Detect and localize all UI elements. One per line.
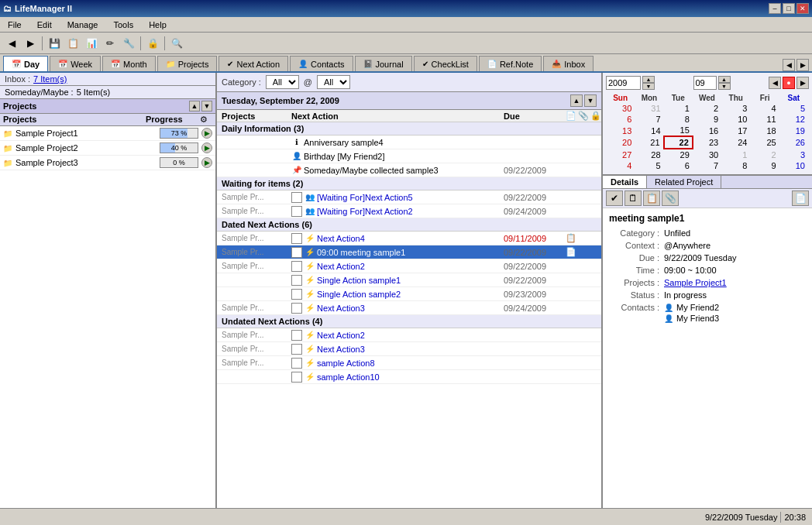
- cal-day[interactable]: 24: [721, 136, 750, 149]
- task-row[interactable]: ℹ Anniversary sample4: [217, 136, 601, 149]
- cal-year-up[interactable]: ▲: [642, 76, 655, 83]
- task-checkbox[interactable]: [291, 358, 302, 369]
- det-check-btn[interactable]: ✔: [606, 190, 623, 206]
- nav-prev[interactable]: ◀: [783, 59, 795, 71]
- projects-ctrl-up[interactable]: ▲: [189, 101, 200, 112]
- cal-day[interactable]: 29: [664, 149, 693, 160]
- cal-day[interactable]: 27: [606, 149, 635, 160]
- cal-day[interactable]: 8: [721, 160, 750, 171]
- det-extra-btn[interactable]: 📄: [792, 190, 809, 206]
- cal-day[interactable]: 20: [606, 136, 635, 149]
- nav-next[interactable]: ▶: [797, 59, 809, 71]
- close-button[interactable]: ✕: [797, 3, 809, 14]
- menu-manage[interactable]: Manage: [63, 19, 103, 31]
- cal-year-input[interactable]: [606, 76, 641, 90]
- task-row[interactable]: Sample Pr... ⚡ sample Action8: [217, 356, 601, 370]
- cal-day[interactable]: 7: [635, 114, 663, 125]
- menu-file[interactable]: File: [3, 19, 26, 31]
- toolbar-tools[interactable]: 🔧: [120, 35, 137, 52]
- cal-day[interactable]: 12: [779, 114, 808, 125]
- task-row[interactable]: ⚡ sample Action10: [217, 370, 601, 384]
- project-row[interactable]: 📁 Sample Project2 40 % ▶: [0, 141, 215, 156]
- cal-day[interactable]: 28: [635, 149, 663, 160]
- toolbar-search[interactable]: 🔍: [168, 35, 185, 52]
- tab-month[interactable]: 📅 Month: [102, 56, 156, 71]
- details-tab-related[interactable]: Related Project: [647, 176, 721, 188]
- cal-day[interactable]: 5: [779, 103, 808, 114]
- cal-day[interactable]: 14: [635, 125, 663, 136]
- cal-next[interactable]: ▶: [797, 77, 809, 89]
- cal-day[interactable]: 10: [779, 160, 808, 171]
- toolbar-back[interactable]: ◀: [3, 35, 20, 52]
- tab-inbox[interactable]: 📥 Inbox: [543, 56, 594, 71]
- cal-day[interactable]: 6: [606, 114, 635, 125]
- tab-week[interactable]: 📅 Week: [50, 56, 101, 71]
- cal-day[interactable]: 30: [693, 149, 721, 160]
- minimize-button[interactable]: –: [769, 3, 781, 14]
- cal-month-input[interactable]: [693, 76, 717, 90]
- date-prev[interactable]: ▲: [570, 94, 583, 107]
- someday-link[interactable]: 5 Item(s): [77, 88, 110, 97]
- task-checkbox[interactable]: [291, 275, 302, 286]
- projects-ctrl-down[interactable]: ▼: [201, 101, 212, 112]
- cal-day[interactable]: 3: [779, 149, 808, 160]
- date-next[interactable]: ▼: [584, 94, 597, 107]
- task-name-link[interactable]: Single Action sample1: [317, 276, 401, 285]
- cal-month-up[interactable]: ▲: [718, 76, 731, 83]
- cal-day[interactable]: 2: [750, 149, 779, 160]
- cal-day[interactable]: 11: [750, 114, 779, 125]
- tab-nextaction[interactable]: ✔ Next Action: [218, 56, 288, 71]
- cal-day[interactable]: 16: [693, 125, 721, 136]
- cal-day[interactable]: 9: [693, 114, 721, 125]
- task-name-link[interactable]: Next Action3: [317, 304, 365, 313]
- tab-projects[interactable]: 📁 Projects: [157, 56, 218, 71]
- task-checkbox[interactable]: [291, 233, 302, 244]
- cal-day[interactable]: 10: [721, 114, 750, 125]
- cal-month-down[interactable]: ▼: [718, 83, 731, 90]
- cal-day[interactable]: 21: [635, 136, 663, 149]
- project-row[interactable]: 📁 Sample Project3 0 % ▶: [0, 156, 215, 170]
- details-projects-link[interactable]: Sample Project1: [664, 278, 727, 287]
- filter-category-select[interactable]: All: [266, 75, 299, 89]
- cal-day[interactable]: 6: [664, 160, 693, 171]
- cal-day[interactable]: 1: [664, 103, 693, 114]
- task-name-link[interactable]: Next Action4: [317, 234, 365, 243]
- task-row[interactable]: Sample Pr... ⚡ Next Action2: [217, 328, 601, 342]
- task-row[interactable]: 📌 Someday/Maybe collected sample3 09/22/…: [217, 163, 601, 177]
- project-row[interactable]: 📁 Sample Project1 73 % ▶: [0, 126, 215, 141]
- cal-day[interactable]: 30: [606, 103, 635, 114]
- det-attach-btn[interactable]: 📎: [662, 190, 679, 206]
- task-row-selected[interactable]: Sample Pr... ⚡ 09:00 meeting sample1 09/…: [217, 245, 601, 259]
- task-checkbox[interactable]: [291, 261, 302, 272]
- task-row[interactable]: Sample Pr... ⚡ Next Action4 09/11/2009 📋: [217, 232, 601, 245]
- tab-journal[interactable]: 📓 Journal: [355, 56, 412, 71]
- task-row[interactable]: Sample Pr... 👥 [Waiting For]Next Action2…: [217, 204, 601, 218]
- filter-at-select[interactable]: All: [317, 75, 350, 89]
- menu-help[interactable]: Help: [144, 19, 171, 31]
- task-name-link[interactable]: Single Action sample2: [317, 290, 401, 299]
- task-name-link[interactable]: sample Action10: [317, 372, 380, 382]
- toolbar-chart[interactable]: 📊: [83, 35, 100, 52]
- task-checkbox[interactable]: [291, 289, 302, 300]
- cal-year-down[interactable]: ▼: [642, 83, 655, 90]
- task-name-link[interactable]: [Waiting For]Next Action5: [317, 193, 413, 202]
- task-row[interactable]: Sample Pr... ⚡ Next Action3: [217, 342, 601, 356]
- cal-today[interactable]: ●: [783, 77, 795, 89]
- task-checkbox[interactable]: [291, 206, 302, 217]
- cal-day[interactable]: 18: [750, 125, 779, 136]
- cal-day[interactable]: 19: [779, 125, 808, 136]
- tab-checklist[interactable]: ✔ CheckList: [414, 56, 477, 71]
- task-checkbox[interactable]: [291, 192, 302, 203]
- tab-day[interactable]: 📅 Day: [3, 56, 48, 71]
- project-go-btn[interactable]: ▶: [201, 157, 212, 168]
- toolbar-save[interactable]: 💾: [46, 35, 63, 52]
- cal-day[interactable]: 4: [606, 160, 635, 171]
- cal-day[interactable]: 13: [606, 125, 635, 136]
- task-checkbox[interactable]: [291, 344, 302, 355]
- task-row[interactable]: Sample Pr... ⚡ Next Action2 09/22/2009: [217, 259, 601, 273]
- cal-day[interactable]: 23: [693, 136, 721, 149]
- cal-day[interactable]: 25: [750, 136, 779, 149]
- cal-day[interactable]: 9: [750, 160, 779, 171]
- task-checkbox[interactable]: [291, 330, 302, 341]
- toolbar-forward[interactable]: ▶: [22, 35, 39, 52]
